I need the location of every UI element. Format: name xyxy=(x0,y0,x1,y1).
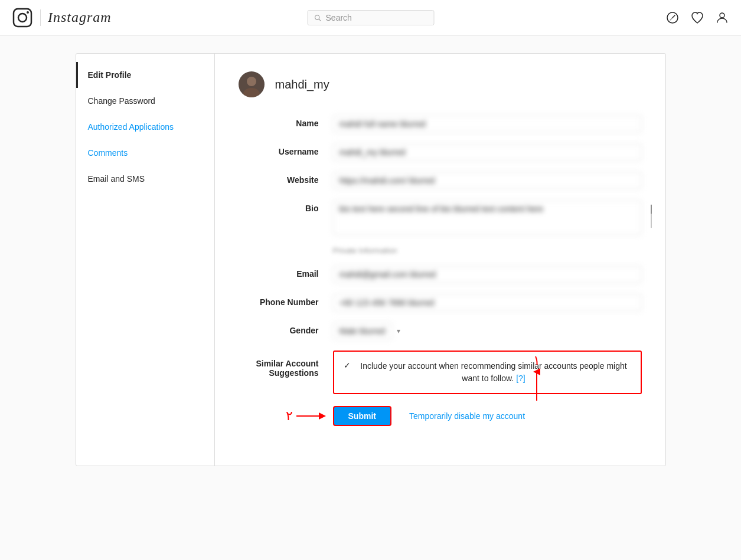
private-info-title: Private Information xyxy=(333,246,397,255)
sidebar-item-change-password[interactable]: Change Password xyxy=(76,88,214,114)
checkbox-checkmark: ✓ xyxy=(344,361,351,370)
search-box xyxy=(307,10,434,25)
username-row: Username mahdi_my blurred xyxy=(239,143,642,161)
bio-scroll-indicator xyxy=(649,205,654,231)
sidebar: Edit Profile Change Password Authorized … xyxy=(76,54,215,466)
search-input[interactable] xyxy=(326,13,427,22)
similar-account-row: Similar Account Suggestions ✓ Include yo… xyxy=(239,351,642,394)
name-label: Name xyxy=(239,115,333,128)
settings-panel: Edit Profile Change Password Authorized … xyxy=(76,53,666,466)
svg-point-2 xyxy=(27,11,29,14)
sidebar-item-email-sms[interactable]: Email and SMS xyxy=(76,166,214,192)
header-logo: Instagram xyxy=(12,7,112,28)
email-field-wrapper: mahdi@gmail.com blurred xyxy=(333,266,642,283)
similar-account-field-wrapper: ✓ Include your account when recommending… xyxy=(333,351,642,394)
svg-line-8 xyxy=(670,18,673,20)
username-field-wrapper: mahdi_my blurred xyxy=(333,143,642,161)
similar-account-label: Similar Account Suggestions xyxy=(239,351,333,378)
email-label: Email xyxy=(239,266,333,279)
website-label: Website xyxy=(239,172,333,185)
phone-label: Phone Number xyxy=(239,294,333,307)
arrow-left-icon xyxy=(296,410,326,422)
sidebar-item-edit-profile[interactable]: Edit Profile xyxy=(76,62,214,88)
name-field-wrapper: mahdi full name blurred xyxy=(333,115,642,133)
phone-field-wrapper: +60 123 456 7890 blurred xyxy=(333,294,642,312)
profile-icon[interactable] xyxy=(715,11,729,25)
suggestions-text: Include your account when recommending s… xyxy=(357,360,631,385)
bio-value[interactable]: bio text here second line of bio blurred… xyxy=(333,200,642,235)
gender-label: Gender xyxy=(239,322,333,335)
search-icon xyxy=(314,14,321,22)
bio-row: Bio bio text here second line of bio blu… xyxy=(239,200,642,235)
profile-username: mahdi_my xyxy=(275,78,329,91)
gender-value[interactable]: Male blurred xyxy=(333,322,392,340)
profile-info: mahdi_my xyxy=(275,78,329,91)
logo-divider xyxy=(40,9,41,26)
submit-button[interactable]: Submit xyxy=(333,406,391,426)
logo-text: Instagram xyxy=(48,9,112,25)
phone-row: Phone Number +60 123 456 7890 blurred xyxy=(239,294,642,312)
svg-rect-0 xyxy=(14,9,31,27)
profile-header: mahdi_my xyxy=(239,71,642,97)
sidebar-item-authorized-applications[interactable]: Authorized Applications xyxy=(76,114,214,140)
submit-area: ٢ Submit Temporarily disable my account … xyxy=(239,406,642,426)
svg-point-11 xyxy=(247,77,256,86)
avatar[interactable] xyxy=(239,71,265,97)
gender-row: Gender Male blurred ▾ xyxy=(239,322,642,340)
compass-icon[interactable] xyxy=(665,11,680,25)
email-row: Email mahdi@gmail.com blurred xyxy=(239,266,642,283)
username-value[interactable]: mahdi_my blurred xyxy=(333,143,642,161)
bio-field-wrapper: bio text here second line of bio blurred… xyxy=(333,200,642,235)
sidebar-item-comments[interactable]: Comments xyxy=(76,140,214,166)
suggestions-help-link[interactable]: [?] xyxy=(516,374,525,383)
svg-line-7 xyxy=(673,15,675,18)
website-row: Website https://mahdi.com/ blurred xyxy=(239,172,642,189)
gender-dropdown-icon[interactable]: ▾ xyxy=(397,327,400,335)
private-info-header: Private Information xyxy=(239,246,642,255)
username-label: Username xyxy=(239,143,333,156)
similar-account-box: ✓ Include your account when recommending… xyxy=(333,351,642,394)
svg-line-4 xyxy=(319,19,321,21)
website-value[interactable]: https://mahdi.com/ blurred xyxy=(333,172,642,189)
svg-point-1 xyxy=(18,14,27,22)
disable-account-button[interactable]: Temporarily disable my account xyxy=(409,411,525,421)
heart-icon[interactable] xyxy=(690,11,704,25)
annotation-2: ٢ xyxy=(286,408,326,424)
instagram-logo-icon xyxy=(12,7,33,28)
page-wrapper: Edit Profile Change Password Authorized … xyxy=(0,53,741,466)
header-search xyxy=(307,10,434,25)
email-value[interactable]: mahdi@gmail.com blurred xyxy=(333,266,642,283)
header-icons xyxy=(665,11,729,25)
name-value[interactable]: mahdi full name blurred xyxy=(333,115,642,133)
header: Instagram xyxy=(0,0,741,35)
name-row: Name mahdi full name blurred xyxy=(239,115,642,133)
phone-value[interactable]: +60 123 456 7890 blurred xyxy=(333,294,642,312)
svg-rect-14 xyxy=(651,205,652,214)
bio-label: Bio xyxy=(239,200,333,213)
website-field-wrapper: https://mahdi.com/ blurred xyxy=(333,172,642,189)
main-content: mahdi_my Name mahdi full name blurred Us… xyxy=(215,54,665,466)
gender-value-wrapper: Male blurred ▾ xyxy=(333,322,642,340)
gender-field-wrapper: Male blurred ▾ xyxy=(333,322,642,340)
svg-point-9 xyxy=(720,13,724,18)
submit-wrapper: ٢ Submit Temporarily disable my account … xyxy=(333,406,525,426)
